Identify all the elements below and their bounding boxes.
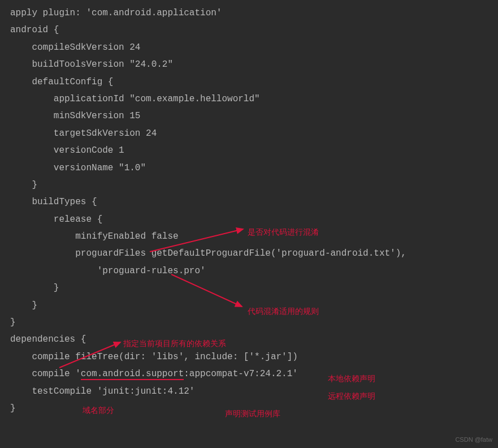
code-line-11: } <box>10 176 488 193</box>
annotation-proguard-rules: 代码混淆适用的规则 <box>248 304 319 319</box>
code-line-17: } <box>10 279 488 296</box>
annotation-remote-dep: 远程依赖声明 <box>328 389 375 404</box>
code-line-12: buildTypes { <box>10 193 488 210</box>
code-line-4: buildToolsVersion "24.0.2" <box>10 56 488 73</box>
annotation-local-dep: 本地依赖声明 <box>328 371 375 386</box>
code-line-5: defaultConfig { <box>10 74 488 91</box>
code-text: compile ' <box>10 369 81 379</box>
code-line-22: compile 'com.android.support:appcompat-v… <box>10 365 488 382</box>
annotation-dependencies: 指定当前项目所有的依赖关系 <box>123 336 226 351</box>
code-line-23: testCompile 'junit:junit:4.12' <box>10 383 488 400</box>
code-text: :appcompat-v7:24.2.1' <box>184 369 298 379</box>
annotation-domain: 域名部分 <box>83 403 114 418</box>
code-line-7: minSdkVersion 15 <box>10 107 488 124</box>
code-line-10: versionName "1.0" <box>10 160 488 176</box>
code-line-1: apply plugin: 'com.android.application' <box>10 5 488 21</box>
code-line-6: applicationId "com.example.helloworld" <box>10 91 488 107</box>
code-line-16: 'proguard-rules.pro' <box>10 262 488 279</box>
code-underline: com.android.support <box>81 369 184 380</box>
annotation-test-lib: 声明测试用例库 <box>225 406 280 421</box>
annotation-minify: 是否对代码进行混淆 <box>248 225 319 240</box>
code-line-8: targetSdkVersion 24 <box>10 125 488 142</box>
code-line-9: versionCode 1 <box>10 142 488 159</box>
code-line-20: dependencies { <box>10 331 488 348</box>
code-line-3: compileSdkVersion 24 <box>10 39 488 56</box>
code-line-15: proguardFiles getDefaultProguardFile('pr… <box>10 245 488 262</box>
code-line-21: compile fileTree(dir: 'libs', include: [… <box>10 348 488 365</box>
code-line-2: android { <box>10 21 488 38</box>
watermark: CSDN @fatw <box>455 434 492 446</box>
